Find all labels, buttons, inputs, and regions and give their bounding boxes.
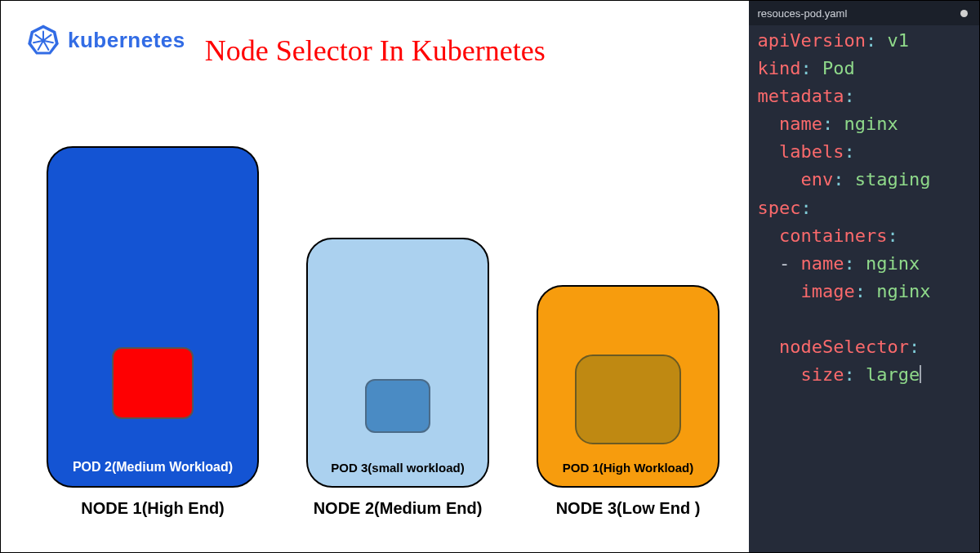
pod-1-box — [575, 355, 681, 444]
yaml-code[interactable]: apiVersion: v1 kind: Pod metadata: name:… — [749, 25, 979, 397]
diagram-title: Node Selector In Kubernetes — [1, 33, 749, 68]
node-3: POD 1(High Workload) NODE 3(Low End ) — [537, 285, 719, 518]
yaml-key-containers: containers — [779, 225, 887, 246]
node-2-box: POD 3(small workload) — [306, 238, 489, 488]
diagram-area: kubernetes Node Selector In Kubernetes P… — [1, 1, 749, 552]
yaml-key-name: name — [779, 114, 822, 134]
node-1: POD 2(Medium Workload) NODE 1(High End) — [47, 146, 259, 518]
yaml-val-kind: Pod — [822, 58, 855, 78]
page: kubernetes Node Selector In Kubernetes P… — [0, 0, 980, 553]
yaml-key-spec: spec — [757, 198, 800, 218]
pod-2-box — [112, 347, 194, 419]
pod-1-label: POD 1(High Workload) — [563, 461, 694, 475]
editor-tab[interactable]: resouces-pod.yaml — [757, 7, 847, 20]
yaml-key-kind: kind — [757, 58, 800, 78]
node-1-box: POD 2(Medium Workload) — [47, 146, 259, 488]
yaml-key-env: env — [800, 169, 833, 190]
yaml-val-cimage: nginx — [876, 281, 930, 301]
editor-tabbar: resouces-pod.yaml — [749, 1, 979, 25]
yaml-key-nodeselector: nodeSelector — [779, 337, 909, 357]
yaml-key-size: size — [800, 364, 844, 385]
pod-3-label: POD 3(small workload) — [331, 461, 464, 475]
text-cursor-icon — [920, 365, 921, 383]
node-3-box: POD 1(High Workload) — [537, 285, 719, 488]
yaml-key-labels: labels — [779, 141, 844, 162]
node-2: POD 3(small workload) NODE 2(Medium End) — [306, 238, 489, 518]
yaml-key-metadata: metadata — [757, 86, 844, 106]
yaml-key-cname: name — [800, 253, 844, 274]
pod-3-box — [365, 379, 430, 433]
unsaved-dot-icon — [960, 10, 968, 17]
yaml-val-size: large — [866, 364, 920, 385]
node-3-label: NODE 3(Low End ) — [556, 499, 701, 518]
node-2-label: NODE 2(Medium End) — [314, 499, 483, 518]
code-editor: resouces-pod.yaml apiVersion: v1 kind: P… — [749, 1, 979, 552]
yaml-val-cname: nginx — [866, 253, 920, 274]
yaml-val-name: nginx — [844, 114, 898, 134]
node-1-label: NODE 1(High End) — [81, 499, 225, 518]
yaml-val-env: staging — [855, 169, 931, 190]
pod-2-label: POD 2(Medium Workload) — [73, 460, 233, 475]
yaml-key-apiversion: apiVersion — [757, 30, 865, 51]
yaml-val-apiversion: v1 — [887, 30, 909, 51]
nodes-row: POD 2(Medium Workload) NODE 1(High End) … — [47, 146, 749, 518]
yaml-key-cimage: image — [800, 281, 854, 301]
